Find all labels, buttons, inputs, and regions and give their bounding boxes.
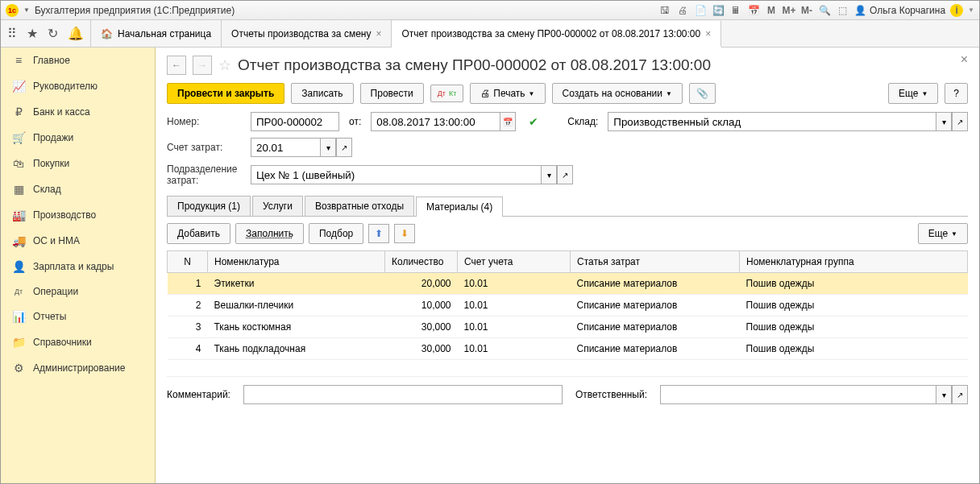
tab-materials[interactable]: Материалы (4) [416,196,503,217]
content-area: × ← → ☆ Отчет производства за смену ПР00… [156,48,979,484]
favorite-icon[interactable]: ★ [27,26,38,41]
open-ref-button[interactable]: ↗ [336,138,352,157]
dt-kt-icon: Дт [12,288,25,296]
sidebar-item-assets[interactable]: 🚚ОС и НМА [1,228,155,254]
sidebar-item-refs[interactable]: 📁Справочники [1,329,155,355]
sidebar-item-purchases[interactable]: 🛍Покупки [1,151,155,176]
account-input[interactable] [251,138,320,157]
notifications-icon[interactable]: 🔔 [68,26,84,41]
cell-qty: 10,000 [385,295,458,316]
calendar-icon[interactable]: 📅 [746,3,761,18]
sidebar-item-warehouse[interactable]: ▦Склад [1,176,155,202]
m-button[interactable]: M [764,3,779,18]
sub-more-button[interactable]: Еще▼ [918,223,968,244]
calendar-button[interactable]: 📅 [500,112,516,131]
col-qty[interactable]: Количество [385,251,458,273]
sidebar-item-label: Банк и касса [33,106,90,118]
print-preview-icon[interactable]: 🖫 [658,3,672,18]
open-ref-button[interactable]: ↗ [952,385,968,404]
date-input[interactable] [371,112,500,131]
create-based-button[interactable]: Создать на основании▼ [552,83,683,104]
sidebar-item-reports[interactable]: 📊Отчеты [1,304,155,329]
division-input[interactable] [251,165,541,184]
dropdown-button[interactable]: ▾ [320,138,336,157]
dropdown-button[interactable]: ▾ [936,385,952,404]
tab-products[interactable]: Продукция (1) [167,196,251,216]
col-account[interactable]: Счет учета [458,251,571,273]
refresh-icon[interactable]: 🔄 [711,3,725,18]
app-menu-dropdown[interactable]: ▼ [23,6,30,14]
tab-report-list[interactable]: Отчеты производства за смену × [222,20,392,47]
m-plus-button[interactable]: M+ [782,3,796,18]
open-ref-button[interactable]: ↗ [557,165,573,184]
open-ref-button[interactable]: ↗ [952,112,968,131]
move-down-button[interactable]: ⬇ [394,224,415,243]
warehouse-input[interactable] [608,112,936,131]
history-icon[interactable]: ↻ [48,26,58,41]
responsible-input[interactable] [660,385,936,404]
cell-cost: Списание материалов [571,316,740,338]
sidebar-item-admin[interactable]: ⚙Администрирование [1,355,155,381]
post-and-close-button[interactable]: Провести и закрыть [167,83,284,104]
sidebar-item-sales[interactable]: 🛒Продажи [1,125,155,151]
print-icon[interactable]: 🖨 [675,3,690,18]
menu-dropdown-icon[interactable]: ▼ [968,6,974,14]
table-row[interactable]: 2 Вешалки-плечики 10,000 10.01 Списание … [168,295,968,316]
cell-nom: Ткань костюмная [208,316,385,338]
pick-button[interactable]: Подбор [309,223,363,244]
sidebar-item-label: Зарплата и кадры [33,261,114,272]
sidebar-item-bank[interactable]: ₽Банк и касса [1,99,155,125]
col-n[interactable]: N [168,251,208,273]
sidebar-item-manager[interactable]: 📈Руководителю [1,73,155,99]
add-button[interactable]: Добавить [167,223,230,244]
tab-services[interactable]: Услуги [252,196,303,216]
print-label: Печать [493,88,525,99]
sidebar-item-label: Склад [33,184,61,195]
dropdown-button[interactable]: ▾ [936,112,952,131]
zoom-icon[interactable]: 🔍 [817,3,832,18]
move-up-button[interactable]: ⬆ [368,224,389,243]
tab-label: Отчет производства за смену ПР00-000002 … [401,28,700,39]
nav-forward-button[interactable]: → [193,56,212,75]
dt-kt-button[interactable]: ДтКт [430,85,464,102]
doc-tabs: Продукция (1) Услуги Возвратные отходы М… [167,196,968,217]
apps-icon[interactable]: ⠿ [7,26,17,41]
post-button[interactable]: Провести [360,83,424,104]
cell-grp: Пошив одежды [740,295,968,316]
comment-input[interactable] [243,385,563,404]
m-minus-button[interactable]: M- [799,3,814,18]
sidebar-item-production[interactable]: 🏭Производство [1,202,155,228]
quick-icons: ⠿ ★ ↻ 🔔 [1,20,91,47]
favorite-star-icon[interactable]: ☆ [218,56,231,74]
col-nomenclature[interactable]: Номенклатура [208,251,385,273]
attachment-button[interactable]: 📎 [689,83,716,104]
dropdown-button[interactable]: ▾ [541,165,557,184]
number-input[interactable] [251,112,339,131]
fill-button[interactable]: Заполнить [235,223,304,244]
tab-home[interactable]: 🏠 Начальная страница [91,20,222,47]
help-button[interactable]: ? [945,83,968,104]
nav-back-button[interactable]: ← [167,56,186,75]
calc-icon[interactable]: 🖩 [729,3,743,18]
col-nom-group[interactable]: Номенклатурная группа [740,251,968,273]
print-button[interactable]: 🖨Печать▼ [470,83,545,104]
close-icon[interactable]: × [376,28,381,39]
cell-nom: Этикетки [208,273,385,295]
info-icon[interactable]: i [950,4,963,17]
sidebar-item-main[interactable]: ≡Главное [1,48,155,73]
table-row[interactable]: 1 Этикетки 20,000 10.01 Списание материа… [168,273,968,295]
table-row[interactable]: 3 Ткань костюмная 30,000 10.01 Списание … [168,316,968,338]
user-area[interactable]: 👤 Ольга Корчагина [854,5,945,16]
sidebar-item-operations[interactable]: ДтОперации [1,279,155,304]
save-button[interactable]: Записать [291,83,353,104]
close-icon[interactable]: × [705,28,711,39]
col-cost-item[interactable]: Статья затрат [571,251,740,273]
table-row[interactable]: 4 Ткань подкладочная 30,000 10.01 Списан… [168,338,968,360]
tab-returns[interactable]: Возвратные отходы [305,196,414,216]
window-icon[interactable]: ⬚ [835,3,849,18]
more-button[interactable]: Еще▼ [888,83,938,104]
tab-report-doc[interactable]: Отчет производства за смену ПР00-000002 … [392,21,721,48]
sidebar-item-salary[interactable]: 👤Зарплата и кадры [1,254,155,279]
doc-icon[interactable]: 📄 [693,3,708,18]
close-doc-icon[interactable]: × [961,52,968,67]
